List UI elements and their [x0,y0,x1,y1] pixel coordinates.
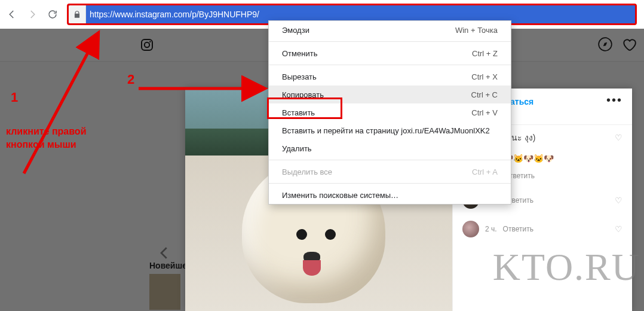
reload-button[interactable] [44,6,61,23]
lock-icon [69,5,86,23]
context-menu-label: Удалить [282,144,312,153]
context-menu-shortcut: Ctrl + X [471,72,498,81]
context-menu-item[interactable]: Удалить [269,139,511,157]
context-menu-label: Копировать [282,90,324,99]
reply-link[interactable]: Ответить [503,225,533,233]
context-menu-item[interactable]: ЭмодзиWin + Точка [269,21,511,39]
context-menu-item[interactable]: Изменить поисковые системы… [269,186,511,204]
context-menu-label: Вставить [282,108,315,117]
avatar[interactable] [462,221,479,237]
context-menu-shortcut: Ctrl + A [472,167,498,176]
context-menu-item[interactable]: КопироватьCtrl + C [269,86,511,103]
like-comment-icon[interactable]: ♡ [615,196,622,205]
context-menu-label: Вставить и перейти на страницу joxi.ru/E… [282,126,490,135]
context-menu-item[interactable]: ОтменитьCtrl + Z [269,44,511,62]
like-comment-icon[interactable]: ♡ [615,224,622,234]
context-menu-label: Эмодзи [282,26,309,35]
context-menu-shortcut: Ctrl + C [471,90,498,99]
more-options-icon[interactable]: ••• [606,97,622,103]
context-menu-shortcut: Win + Точка [455,26,498,35]
context-menu-shortcut: Ctrl + Z [472,49,498,58]
context-menu-label: Изменить поисковые системы… [282,191,398,200]
context-menu-label: Вырезать [282,72,317,81]
address-url[interactable]: https://www.instagram.com/p/ByJ9HNUFHP9/ [86,10,635,19]
forward-button[interactable] [24,6,41,23]
context-menu-item: Выделить всеCtrl + A [269,163,511,181]
context-menu: ЭмодзиWin + ТочкаОтменитьCtrl + ZВырезат… [268,20,511,205]
context-menu-item[interactable]: ВставитьCtrl + V [269,103,511,121]
back-button[interactable] [4,6,20,23]
context-menu-item[interactable]: ВырезатьCtrl + X [269,68,511,86]
like-caption-icon[interactable]: ♡ [615,133,622,142]
context-menu-label: Выделить все [282,167,332,176]
context-menu-shortcut: Ctrl + V [471,108,498,117]
comment-time: 2 ч. [485,225,497,233]
context-menu-label: Отменить [282,49,317,58]
comment-row: 2 ч.Ответить ♡ [453,215,632,243]
context-menu-item[interactable]: Вставить и перейти на страницу joxi.ru/E… [269,121,511,139]
